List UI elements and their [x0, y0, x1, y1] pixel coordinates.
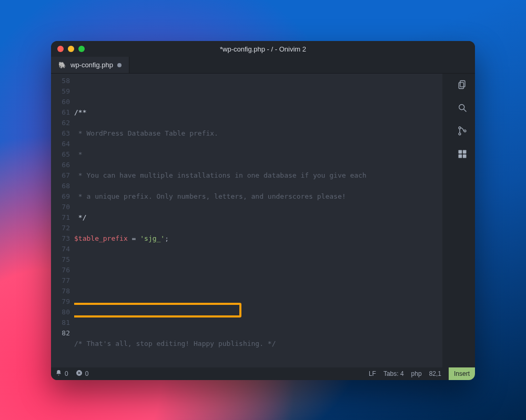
bell-icon [55, 370, 62, 378]
scrollbar[interactable] [442, 74, 450, 367]
line-number: 65 [51, 149, 70, 160]
line-number: 72 [51, 223, 70, 233]
line-number: 70 [51, 202, 70, 212]
php-file-icon: 🐘 [58, 62, 66, 69]
svg-rect-1 [459, 83, 463, 89]
line-number: 58 [51, 76, 70, 86]
line-number: 62 [51, 118, 70, 128]
line-number: 71 [51, 212, 70, 223]
problems-button[interactable]: 0 [76, 370, 89, 378]
svg-point-5 [459, 133, 461, 135]
line-number: 75 [51, 254, 70, 265]
line-number: 68 [51, 181, 70, 191]
cursor-position[interactable]: 82,1 [429, 370, 441, 377]
line-number: 73 [51, 233, 70, 244]
eol-indicator[interactable]: LF [369, 370, 376, 377]
line-number: 79 [51, 296, 70, 307]
indentation-indicator[interactable]: Tabs: 4 [383, 370, 404, 377]
status-bar: 0 0 LF Tabs: 4 php 82,1 Insert [51, 367, 475, 380]
notifications-button[interactable]: 0 [55, 370, 68, 378]
extensions-icon[interactable] [457, 148, 468, 160]
tab-wp-config[interactable]: 🐘 wp-config.php [51, 57, 129, 73]
svg-line-3 [464, 109, 467, 112]
notifications-count: 0 [65, 370, 68, 377]
files-icon[interactable] [457, 79, 468, 90]
line-number: 63 [51, 128, 70, 139]
line-number: 82 [51, 328, 70, 339]
search-icon[interactable] [457, 102, 468, 114]
line-number: 60 [51, 97, 70, 107]
editor-area[interactable]: 5859606162636465666768697071727374757677… [51, 74, 450, 367]
line-number: 59 [51, 86, 70, 97]
svg-rect-9 [459, 155, 462, 158]
svg-rect-8 [463, 150, 467, 154]
line-number: 66 [51, 160, 70, 170]
svg-rect-0 [460, 81, 465, 87]
problems-count: 0 [85, 370, 89, 377]
line-number: 64 [51, 139, 70, 149]
line-number: 69 [51, 191, 70, 202]
editor-window: *wp-config.php - / - Onivim 2 🐘 wp-confi… [51, 41, 475, 380]
source-control-icon[interactable] [457, 125, 468, 137]
editor-mode-indicator[interactable]: Insert [449, 367, 475, 380]
svg-point-4 [459, 127, 461, 129]
line-number: 76 [51, 265, 70, 275]
svg-point-2 [459, 105, 464, 110]
titlebar: *wp-config.php - / - Onivim 2 [51, 41, 475, 57]
line-number: 67 [51, 170, 70, 181]
line-number: 61 [51, 107, 70, 118]
error-icon [76, 370, 83, 378]
minimize-window-button[interactable] [68, 46, 74, 52]
line-number: 81 [51, 317, 70, 328]
zoom-window-button[interactable] [78, 46, 85, 52]
language-indicator[interactable]: php [411, 370, 422, 377]
activity-bar [450, 74, 475, 367]
svg-rect-10 [463, 155, 467, 158]
close-window-button[interactable] [57, 46, 64, 52]
line-number: 77 [51, 275, 70, 286]
svg-rect-7 [459, 150, 462, 154]
code-content[interactable]: /** * WordPress Database Table prefix. *… [74, 74, 442, 367]
line-number-gutter: 5859606162636465666768697071727374757677… [51, 74, 74, 367]
line-number: 80 [51, 307, 70, 317]
line-number: 78 [51, 286, 70, 296]
svg-point-6 [464, 130, 466, 132]
window-title: *wp-config.php - / - Onivim 2 [51, 45, 475, 53]
editor-body: 5859606162636465666768697071727374757677… [51, 74, 475, 367]
window-controls [57, 46, 85, 52]
modified-dot-icon [117, 63, 122, 67]
line-number: 74 [51, 244, 70, 254]
tab-bar: 🐘 wp-config.php [51, 57, 475, 74]
tab-label: wp-config.php [70, 61, 113, 69]
